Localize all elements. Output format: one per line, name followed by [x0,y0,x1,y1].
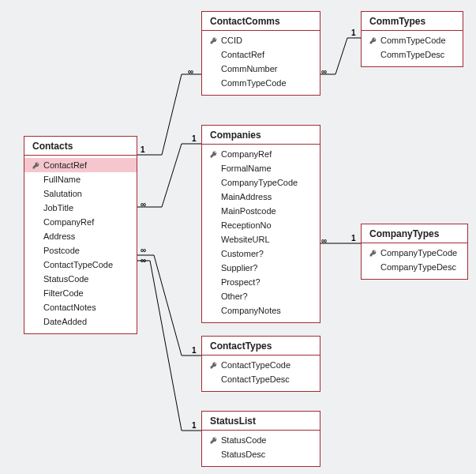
card-1: 1 [192,134,197,143]
key-column [366,250,379,257]
key-column [29,162,42,169]
field-row[interactable]: MainAddress [202,190,320,204]
field-row[interactable]: ContactTypeDesc [202,372,320,386]
card-inf: ∞ [321,67,327,76]
field-name: CompanyTypeCode [219,178,313,187]
field-row[interactable]: CommTypeDesc [362,47,463,62]
field-name: ContactRef [219,50,313,59]
table-contactcomms-fields: CCIDContactRefCommNumberCommTypeCode [202,31,320,95]
field-name: WebsiteURL [219,235,313,244]
field-row[interactable]: CompanyTypeCode [362,246,467,260]
table-companytypes-fields: CompanyTypeCodeCompanyTypeDesc [362,243,467,279]
field-name: ContactRef [42,160,130,170]
field-row[interactable]: WebsiteURL [202,232,320,246]
field-row[interactable]: Supplier? [202,261,320,275]
field-row[interactable]: CompanyRef [202,147,320,161]
field-name: CompanyNotes [219,306,313,315]
rel-contacts-contacttypes [136,255,201,356]
card-1: 1 [351,234,356,243]
field-row[interactable]: Prospect? [202,275,320,289]
field-row[interactable]: ReceptionNo [202,218,320,232]
field-row[interactable]: ContactRef [202,47,320,62]
field-row[interactable]: CompanyNotes [202,303,320,318]
field-row[interactable]: StatusCode [24,272,137,286]
table-contacttypes[interactable]: ContactTypes ContactTypeCodeContactTypeD… [201,336,320,392]
field-name: CommTypeDesc [379,50,456,59]
field-name: JobTitle [42,203,130,213]
table-commtypes[interactable]: CommTypes CommTypeCodeCommTypeDesc [361,11,463,67]
table-title: ContactTypes [202,337,320,356]
field-row[interactable]: Postcode [24,243,137,258]
field-name: FormalName [219,164,313,173]
field-name: StatusCode [219,435,313,445]
primary-key-icon [210,362,217,369]
field-row[interactable]: CommNumber [202,62,320,76]
field-name: MainPostcode [219,206,313,216]
field-name: CommTypeCode [379,36,456,45]
field-row[interactable]: CommTypeCode [202,76,320,90]
field-row[interactable]: StatusDesc [202,447,320,461]
field-name: CompanyRef [219,149,313,159]
table-title: CommTypes [362,12,463,31]
field-row[interactable]: Salutation [24,186,137,201]
field-name: Supplier? [219,263,313,273]
field-row[interactable]: CommTypeCode [362,33,463,47]
field-name: ReceptionNo [219,220,313,230]
field-name: StatusDesc [219,450,313,459]
field-row[interactable]: FilterCode [24,286,137,300]
card-1: 1 [141,145,145,154]
field-row[interactable]: ContactNotes [24,300,137,314]
table-statuslist[interactable]: StatusList StatusCodeStatusDesc [201,411,320,467]
card-1: 1 [192,346,197,355]
field-row[interactable]: StatusCode [202,433,320,447]
field-row[interactable]: FormalName [202,161,320,175]
field-name: Address [42,231,130,241]
primary-key-icon [210,151,217,158]
field-row[interactable]: Customer? [202,246,320,261]
field-row[interactable]: CompanyRef [24,215,137,229]
field-row[interactable]: JobTitle [24,201,137,215]
table-contacts-fields: ContactRefFullNameSalutationJobTitleComp… [24,156,137,333]
field-name: Other? [219,292,313,301]
field-name: CCID [219,36,313,45]
field-name: ContactTypeCode [42,260,130,269]
table-companies[interactable]: Companies CompanyRefFormalNameCompanyTyp… [201,125,320,323]
primary-key-icon [210,437,217,444]
table-companies-fields: CompanyRefFormalNameCompanyTypeCodeMainA… [202,145,320,322]
field-name: CommNumber [219,64,313,73]
field-row[interactable]: CompanyTypeDesc [362,260,467,274]
key-column [207,37,219,44]
rel-contacts-companies [136,144,201,207]
field-row[interactable]: ContactTypeCode [202,358,320,372]
field-name: Prospect? [219,277,313,287]
field-row[interactable]: FullName [24,172,137,186]
primary-key-icon [210,37,217,44]
field-row[interactable]: MainPostcode [202,204,320,218]
field-name: StatusCode [42,274,130,284]
field-name: DateAdded [42,317,130,326]
key-column [207,151,219,158]
field-name: FullName [42,175,130,184]
field-name: ContactTypeCode [219,360,313,370]
field-row[interactable]: ContactTypeCode [24,258,137,272]
table-commtypes-fields: CommTypeCodeCommTypeDesc [362,31,463,66]
table-companytypes[interactable]: CompanyTypes CompanyTypeCodeCompanyTypeD… [361,224,468,280]
field-name: Customer? [219,249,313,258]
field-name: CommTypeCode [219,78,313,88]
table-contactcomms[interactable]: ContactComms CCIDContactRefCommNumberCom… [201,11,320,96]
field-name: Postcode [42,246,130,255]
field-row[interactable]: DateAdded [24,314,137,329]
field-row[interactable]: Address [24,229,137,243]
card-inf: ∞ [141,256,146,265]
primary-key-icon [369,37,377,44]
table-title: Companies [202,126,320,145]
table-contacts[interactable]: Contacts ContactRefFullNameSalutationJob… [24,136,137,334]
table-title: Contacts [24,137,137,156]
key-column [207,437,219,444]
table-title: ContactComms [202,12,320,31]
field-row[interactable]: Other? [202,289,320,303]
field-row[interactable]: ContactRef [24,158,137,172]
field-row[interactable]: CCID [202,33,320,47]
table-title: CompanyTypes [362,224,467,243]
field-row[interactable]: CompanyTypeCode [202,175,320,190]
